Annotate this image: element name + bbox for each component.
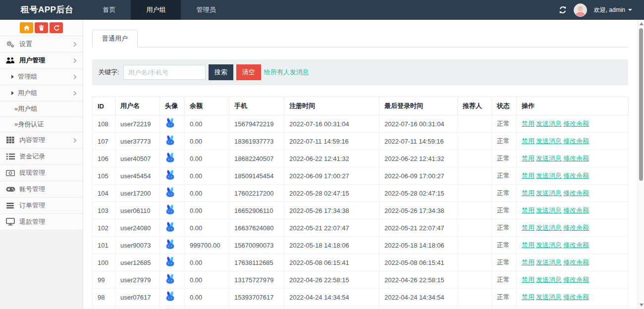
tab-normal-users[interactable]: 普通用户 — [92, 30, 138, 48]
ban-link[interactable]: 禁用 — [522, 137, 535, 145]
keyword-label: 关键字: — [98, 68, 119, 77]
nav-item-2[interactable]: 管理员 — [181, 0, 231, 20]
modify-balance-link[interactable]: 修改余额 — [563, 241, 589, 249]
welcome-user-dropdown[interactable]: 欢迎, admin — [594, 6, 632, 14]
broadcast-message-link[interactable]: 给所有人发消息 — [264, 68, 309, 77]
modify-balance-link[interactable]: 修改余额 — [563, 154, 589, 162]
recycle-button[interactable] — [50, 22, 63, 33]
balance-cell: 0.00 — [185, 202, 229, 219]
ban-link[interactable]: 禁用 — [522, 189, 535, 197]
send-message-link[interactable]: 发送消息 — [536, 276, 562, 283]
ban-link[interactable]: 禁用 — [522, 293, 535, 301]
modify-balance-link[interactable]: 修改余额 — [563, 120, 589, 127]
modify-balance-link[interactable]: 修改余额 — [563, 189, 589, 197]
username-cell: user45454 — [115, 167, 160, 185]
send-message-link[interactable]: 发送消息 — [536, 154, 562, 162]
rabbit-avatar-icon — [165, 170, 175, 182]
top-nav-menu: 首页用户组管理员 — [87, 0, 231, 20]
ban-link[interactable]: 禁用 — [522, 241, 535, 249]
send-message-link[interactable]: 发送消息 — [536, 189, 562, 197]
modify-balance-link[interactable]: 修改余额 — [563, 172, 589, 179]
nav-item-0[interactable]: 首页 — [87, 0, 131, 20]
modify-balance-link[interactable]: 修改余额 — [563, 293, 589, 301]
ban-link[interactable]: 禁用 — [522, 120, 535, 127]
user-row: 103user061100.00166529061102022-05-26 17… — [93, 202, 629, 219]
username-cell: user17200 — [115, 185, 160, 202]
refresh-icon[interactable] — [559, 6, 567, 14]
ban-link[interactable]: 禁用 — [522, 154, 535, 162]
tab-bar: 普通用户 — [92, 30, 628, 48]
vertical-scrollbar[interactable] — [638, 20, 644, 309]
sidebar-item-withdraw-management[interactable]: 提现管理 — [0, 165, 83, 181]
sidebar-item-refund-management[interactable]: 退款管理 — [0, 214, 83, 230]
sidebar-item-user-group-list[interactable]: »用户组 — [0, 102, 83, 117]
money-icon — [5, 169, 15, 177]
send-message-link[interactable]: 发送消息 — [536, 293, 562, 301]
ban-link[interactable]: 禁用 — [522, 276, 535, 283]
status-cell: 正常 — [492, 254, 517, 271]
actions-cell: 禁用发送消息修改余额 — [517, 202, 629, 219]
sidebar-item-order-management[interactable]: 订单管理 — [0, 198, 83, 214]
status-cell: 正常 — [492, 289, 517, 306]
clear-button[interactable]: 清空 — [236, 64, 261, 80]
send-message-link[interactable]: 发送消息 — [536, 137, 562, 145]
avatar-cell — [160, 115, 185, 133]
rabbit-avatar-icon — [165, 291, 175, 303]
referrer-cell — [458, 306, 492, 309]
modify-balance-link[interactable]: 修改余额 — [563, 258, 589, 266]
modify-balance-link[interactable]: 修改余额 — [563, 224, 589, 231]
sidebar-item-admin-group[interactable]: 管理组 — [0, 69, 83, 85]
trash-button[interactable] — [35, 22, 48, 33]
ban-link[interactable]: 禁用 — [522, 206, 535, 214]
bars-icon — [5, 203, 15, 209]
sidebar-item-settings[interactable]: 设置 — [0, 36, 83, 52]
username-cell: user40507 — [115, 150, 160, 167]
send-message-link[interactable]: 发送消息 — [536, 241, 562, 249]
home-button[interactable] — [20, 22, 33, 33]
send-message-link[interactable]: 发送消息 — [536, 258, 562, 266]
ban-link[interactable]: 禁用 — [522, 172, 535, 179]
scroll-down-arrow-icon[interactable] — [640, 304, 644, 307]
send-message-link[interactable]: 发送消息 — [536, 224, 562, 231]
home-icon — [24, 25, 30, 31]
sidebar-item-user-management[interactable]: 用户管理 — [0, 52, 83, 69]
modify-balance-link[interactable]: 修改余额 — [563, 206, 589, 214]
modify-balance-link[interactable]: 修改余额 — [563, 276, 589, 283]
user-avatar[interactable] — [574, 3, 587, 17]
phone-cell: 15670090073 — [229, 237, 284, 254]
send-message-link[interactable]: 发送消息 — [536, 206, 562, 214]
sidebar-item-identity-auth[interactable]: »身份认证 — [0, 117, 83, 132]
ban-link[interactable]: 禁用 — [522, 224, 535, 231]
actions-cell: 禁用发送消息修改余额 — [517, 219, 629, 237]
sidebar-item-user-group[interactable]: 用户组 — [0, 85, 83, 102]
modify-balance-link[interactable]: 修改余额 — [563, 137, 589, 145]
user-row: 107user377730.00183619377732022-07-11 14… — [93, 133, 629, 150]
sidebar-item-fund-records[interactable]: 资金记录 — [0, 149, 83, 165]
referrer-cell — [458, 219, 492, 237]
caret-right-icon — [11, 75, 14, 79]
main-content: 普通用户 关键字: 搜索 清空 给所有人发消息 ID用户名头像余额手机注册时间最… — [84, 20, 644, 309]
list-icon — [5, 153, 15, 160]
rabbit-avatar-icon — [165, 274, 175, 286]
ban-link[interactable]: 禁用 — [522, 258, 535, 266]
search-input[interactable] — [123, 65, 206, 80]
last-login-cell: 2022-06-22 12:41:32 — [379, 150, 458, 167]
send-message-link[interactable]: 发送消息 — [536, 172, 562, 179]
send-message-link[interactable]: 发送消息 — [536, 120, 562, 127]
rabbit-avatar-icon — [165, 153, 175, 164]
nav-item-1[interactable]: 用户组 — [131, 0, 181, 20]
status-cell: 正常 — [492, 237, 517, 254]
top-navbar: 租号APP后台 首页用户组管理员 欢迎, admin — [0, 0, 644, 20]
avatar-cell — [160, 167, 185, 185]
sidebar-item-content-management[interactable]: 内容管理 — [0, 132, 83, 149]
scroll-up-arrow-icon[interactable] — [640, 22, 644, 25]
search-button[interactable]: 搜索 — [209, 64, 233, 80]
balance-cell: 0.00 — [185, 254, 229, 271]
balance-cell: 0.00 — [185, 167, 229, 185]
scrollbar-thumb[interactable] — [639, 28, 643, 181]
gears-icon — [5, 41, 15, 48]
rabbit-avatar-icon — [165, 205, 175, 216]
register-time-cell: 2022-07-16 00:31:04 — [284, 115, 379, 133]
phone-cell: 16637624080 — [229, 219, 284, 237]
sidebar-item-account-management[interactable]: 账号管理 — [0, 181, 83, 198]
